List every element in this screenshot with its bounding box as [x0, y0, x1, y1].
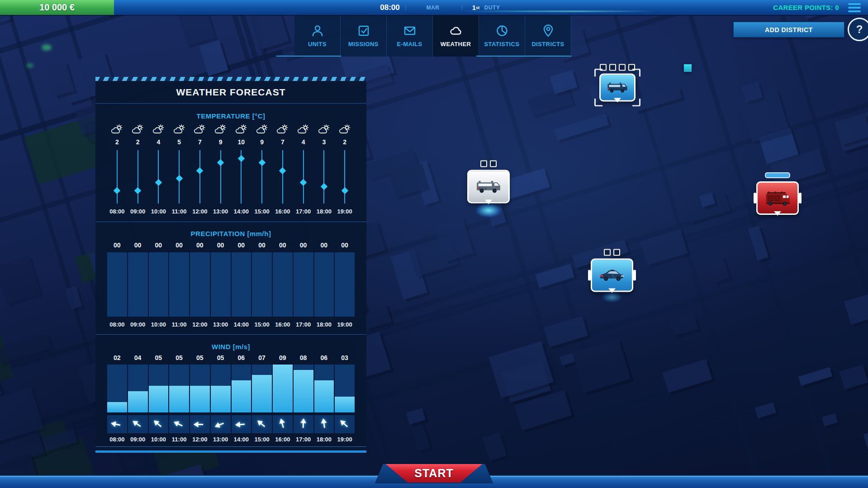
precipitation-values-row: 000000000000000000000000 — [107, 242, 355, 249]
tab-units[interactable]: UNITS — [294, 15, 341, 57]
menu-icon[interactable] — [848, 3, 861, 12]
temperature-point — [335, 149, 355, 204]
time-label: 09:00 — [128, 436, 148, 443]
precipitation-value: 00 — [107, 242, 127, 249]
precipitation-bar — [211, 252, 231, 317]
wind-times-row: 08:0009:0010:0011:0012:0013:0014:0015:00… — [107, 436, 355, 443]
temperature-value: 4 — [149, 138, 169, 146]
start-button-wrap: START — [375, 464, 493, 483]
temperature-section-label: TEMPERATURE [°C] — [95, 112, 366, 120]
capacity-square — [613, 249, 620, 256]
time-label: 14:00 — [232, 321, 251, 328]
wind-bar — [149, 365, 169, 412]
wind-value: 03 — [335, 354, 355, 361]
wind-value: 02 — [107, 354, 127, 361]
time-label: 18:00 — [314, 436, 334, 443]
time-label: 11:00 — [169, 321, 189, 328]
precipitation-value: 00 — [169, 242, 189, 249]
partly-cloudy-icon — [190, 124, 210, 134]
add-district-button[interactable]: ADD DISTRICT — [733, 22, 844, 38]
wind-bar — [211, 365, 231, 412]
time-label: 19:00 — [335, 321, 355, 328]
police-van-marker[interactable] — [599, 64, 636, 102]
fire-truck-marker[interactable] — [756, 172, 799, 215]
temperature-chart — [107, 149, 355, 204]
temperature-point — [252, 149, 272, 204]
capacity-square — [604, 249, 611, 256]
temperature-value: 10 — [232, 138, 251, 146]
police-van-icon — [599, 74, 636, 102]
tab-e-mails[interactable]: E-MAILS — [387, 15, 433, 57]
map-pin-icon — [541, 24, 555, 38]
ambulance-marker[interactable] — [467, 161, 510, 204]
precipitation-chart — [107, 252, 355, 317]
temperature-point — [273, 149, 293, 204]
ambulance-icon — [467, 170, 510, 204]
wind-direction-row — [107, 415, 355, 433]
partly-cloudy-icon — [232, 124, 251, 134]
temperature-point — [190, 149, 210, 204]
panel-footer — [95, 446, 366, 453]
tab-weather[interactable]: WEATHER — [433, 15, 479, 57]
wind-arrow-icon — [232, 415, 251, 433]
time-label: 17:00 — [294, 436, 313, 443]
wind-bar — [252, 365, 272, 412]
precipitation-value: 00 — [232, 242, 251, 249]
precipitation-bar — [128, 252, 148, 317]
capacity-squares — [604, 249, 620, 256]
time-label: 12:00 — [190, 321, 210, 328]
wind-bar — [190, 365, 210, 412]
partly-cloudy-icon — [149, 124, 169, 134]
wind-bar — [232, 365, 251, 412]
time-label: 08:00 — [107, 321, 127, 328]
time-label: 12:00 — [190, 208, 210, 215]
partly-cloudy-icon — [128, 124, 148, 134]
time-label: 13:00 — [211, 208, 231, 215]
wind-bar — [335, 365, 355, 412]
precipitation-bar — [149, 252, 169, 317]
wind-arrow-icon — [294, 415, 313, 433]
time-label: 14:00 — [232, 436, 251, 443]
wind-value: 06 — [232, 354, 251, 361]
temperature-value: 4 — [294, 138, 313, 146]
partly-cloudy-icon — [335, 124, 355, 134]
wind-value: 09 — [273, 354, 293, 361]
tab-underline — [276, 56, 341, 57]
time-label: 19:00 — [335, 208, 355, 215]
time-label: 09:00 — [128, 208, 148, 215]
time-label: 12:00 — [190, 436, 210, 443]
wind-bar — [294, 365, 313, 412]
partly-cloudy-icon — [314, 124, 334, 134]
partly-cloudy-icon — [169, 124, 189, 134]
wind-bar — [273, 365, 293, 412]
time-label: 10:00 — [149, 436, 169, 443]
time-label: 18:00 — [314, 321, 334, 328]
wind-values-row: 020405050505060709080603 — [107, 354, 355, 361]
envelope-icon — [403, 24, 417, 38]
time-label: 13:00 — [211, 436, 231, 443]
money-display: 10 000 € — [0, 0, 114, 15]
time-label: 08:00 — [107, 208, 127, 215]
capacity-square — [609, 64, 616, 71]
partly-cloudy-icon — [211, 124, 231, 134]
police-car-marker[interactable] — [591, 249, 633, 292]
temperature-value: 7 — [273, 138, 293, 146]
wind-value: 05 — [190, 354, 210, 361]
tab-missions[interactable]: MISSIONS — [341, 15, 387, 57]
divider — [95, 222, 366, 222]
pickup-cube-icon[interactable] — [684, 64, 692, 72]
precipitation-bar — [169, 252, 189, 317]
help-button[interactable]: ? — [848, 18, 868, 41]
tab-label: MISSIONS — [348, 41, 379, 47]
nav-tabs: UNITSMISSIONSE-MAILSWEATHERSTATISTICSDIS… — [294, 15, 571, 57]
precipitation-value: 00 — [211, 242, 231, 249]
wind-arrow-icon — [169, 415, 189, 433]
temperature-value: 5 — [169, 138, 189, 146]
partly-cloudy-icon — [107, 124, 127, 134]
separator-dots-icon: ⋮ — [403, 0, 409, 15]
tab-districts[interactable]: DISTRICTS — [525, 15, 571, 57]
time-label: 15:00 — [252, 208, 272, 215]
time-label: 10:00 — [149, 208, 169, 215]
person-icon — [311, 24, 324, 38]
tab-statistics[interactable]: STATISTICS — [479, 15, 525, 57]
